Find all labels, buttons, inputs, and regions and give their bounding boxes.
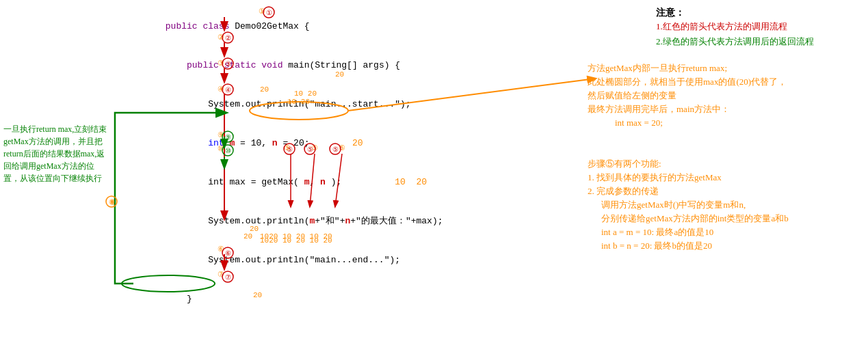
mid-note-line2: 此处椭圆部分，就相当于使用max的值(20)代替了， (588, 75, 854, 89)
step-1-circle: ① (259, 7, 265, 16)
keyword-public: public (166, 21, 203, 31)
call-end: ); (326, 177, 341, 187)
code-line-1: public class Demo02GetMax { (133, 7, 489, 46)
keyword-public2: public (166, 60, 224, 70)
notes-bottom-right: 步骤⑤有两个功能: 1. 找到具体的要执行的方法getMax 2. 完成参数的传… (588, 157, 854, 253)
code-line-8: } (133, 279, 489, 318)
step-2-circle: ② (218, 33, 224, 42)
step-6-circle: ⑥ (218, 245, 224, 253)
val-20-line4: 20 (260, 85, 269, 94)
step-note-line7: int b = n = 20: 最终b的值是20 (601, 239, 854, 253)
notes-top-right: 注意： 1.红色的箭头代表方法的调用流程 2.绿色的箭头代表方法调用后的返回流程 (656, 7, 854, 49)
comma: , (309, 177, 320, 187)
code-line-2: public static void main(String[] args) { (133, 46, 489, 85)
step-7-circle: ⑦ (218, 270, 224, 279)
val-10-line5: 10 20 (287, 98, 310, 106)
close-main: } (166, 294, 192, 304)
println-max: System.out.println( (166, 216, 310, 226)
code-line-blank (133, 318, 489, 331)
notes-mid-right: 方法getMax内部一旦执行return max; 此处椭圆部分，就相当于使用m… (588, 61, 854, 130)
left-annotation: 一旦执行return max,立刻结束getMax方法的调用，并且把return… (3, 123, 109, 184)
mid-note-line5: int max = 20; (615, 116, 854, 130)
keyword-void: void (261, 60, 288, 70)
step-9-circle: ⑨ (218, 131, 224, 139)
plus1: +"和"+ (315, 216, 345, 226)
step-note-line4: 调用方法getMax时()中写的变量m和n, (601, 198, 854, 212)
code-line-10: public static int getMax(int a, int b) { (133, 331, 489, 343)
step-5c-circle: ⑤ (339, 143, 345, 152)
code-line-7: System.out.println("main...end..."); (133, 241, 489, 279)
plus2: +"的最大值："+max); (350, 216, 443, 226)
note-item2: 2.绿色的箭头代表方法调用后的返回流程 (656, 34, 854, 49)
println-end: System.out.println("main...end..."); (166, 255, 400, 265)
classname: Demo02GetMax { (235, 21, 309, 31)
mid-note-line1: 方法getMax内部一旦执行return max; (588, 61, 854, 75)
step-note-line6: int a = m = 10: 最终a的值是10 (601, 225, 854, 239)
step-note-line3: 2. 完成参数的传递 (588, 184, 854, 198)
step-note-line2: 1. 找到具体的要执行的方法getMax (588, 171, 854, 184)
assign-m: = 10, (235, 138, 272, 148)
mid-note-line4: 最终方法调用完毕后，main方法中： (588, 102, 854, 116)
num-20-1: 20 (352, 138, 363, 148)
note-title: 注意： (656, 7, 854, 19)
step-5a-circle: ⑤ (284, 143, 291, 152)
step-8-label: ⑧ (109, 198, 116, 207)
code-line-3: System.out.println("main...start..."); (133, 85, 489, 124)
main-method: main(String[] args) { (288, 60, 400, 70)
step-note-line5: 分别传递给getMax方法内部的int类型的变量a和b (601, 212, 854, 225)
left-annotation-text: 一旦执行return max,立刻结束getMax方法的调用，并且把return… (3, 124, 107, 183)
code-area: public class Demo02GetMax { public stati… (133, 7, 489, 343)
num-10-20-above: 10 20 (341, 177, 427, 187)
step-3-circle: ③ (218, 59, 224, 68)
keyword-static: static (224, 60, 262, 70)
mid-note-line3: 然后赋值给左侧的变量 (588, 89, 854, 102)
vals-line11: 1020 10 20 10 20 (260, 232, 332, 241)
step-note-line1: 步骤⑤有两个功能: (588, 157, 854, 171)
var-n: n (272, 138, 278, 148)
main-container: public class Demo02GetMax { public stati… (0, 0, 868, 343)
int-max-call: int max = getMax( (166, 177, 304, 187)
step-10-circle: ⑩ (218, 144, 224, 153)
step-5b-circle: ⑤ (311, 143, 318, 152)
code-line-5: int max = getMax( m, n ); 10 20 (133, 163, 489, 202)
note-item1: 1.红色的箭头代表方法的调用流程 (656, 19, 854, 34)
keyword-class: class (202, 21, 235, 31)
val-20-getmax: 20 (244, 232, 252, 241)
arg-n: n (320, 177, 326, 187)
step-4-circle: ④ (218, 85, 224, 94)
